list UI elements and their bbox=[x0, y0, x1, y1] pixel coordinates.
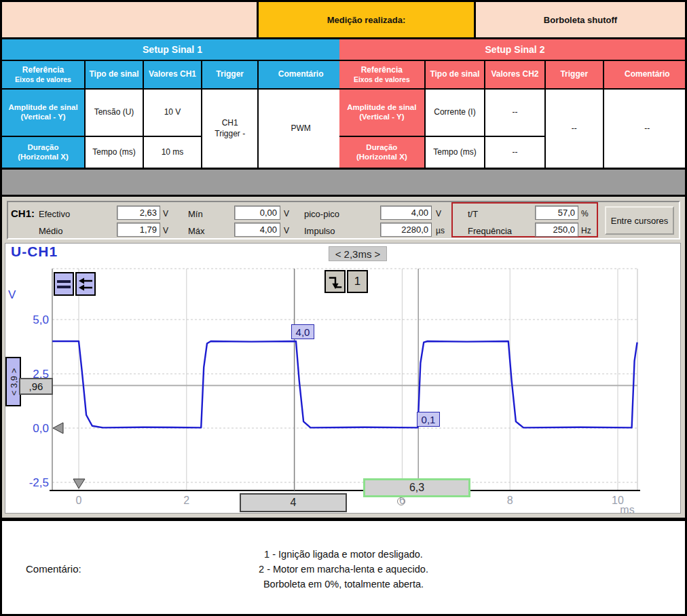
channel-levels-button[interactable] bbox=[54, 272, 74, 296]
measurement-bar: CH1: Efectivo 2,63 V Médio 1,79 V Mín 0,… bbox=[7, 201, 680, 239]
setup2-col-referencia: Referência Eixos de valores bbox=[339, 61, 424, 88]
picopico-unit: V bbox=[436, 209, 441, 218]
min-unit: V bbox=[284, 209, 289, 218]
max-unit: V bbox=[284, 226, 289, 235]
trigger-slope-button[interactable] bbox=[324, 270, 346, 293]
efectivo-unit: V bbox=[163, 209, 168, 218]
setup2-col-trigger: Trigger bbox=[546, 61, 603, 88]
setup2-title: Setup Sinal 2 bbox=[339, 39, 687, 60]
svg-text:5,0: 5,0 bbox=[33, 313, 49, 326]
svg-text:8: 8 bbox=[507, 495, 513, 506]
svg-text:-2,5: -2,5 bbox=[29, 476, 49, 489]
svg-text:0: 0 bbox=[76, 495, 82, 506]
min-label: Mín bbox=[188, 209, 203, 219]
setup1-title: Setup Sinal 1 bbox=[2, 39, 343, 60]
measurement-report-page: Medição realizada: Borboleta shutoff Set… bbox=[0, 0, 687, 616]
setup1-comentario-cell: PWM bbox=[259, 90, 343, 168]
tt-unit: % bbox=[581, 209, 589, 218]
comment-line-2: 2 - Motor em marcha-lenta e aquecido. bbox=[2, 562, 685, 577]
frequencia-field[interactable]: 250,0 bbox=[535, 223, 578, 237]
header-empty-cell bbox=[2, 2, 259, 37]
setup1-col-tipo: Tipo de sinal bbox=[86, 61, 143, 88]
setup2-col-comentario: Comentário bbox=[604, 61, 687, 88]
setup1-amplitude-valor: 10 V bbox=[144, 90, 201, 136]
setup2-amplitude-tipo: Corrente (I) bbox=[426, 90, 485, 136]
setup1-duracao-tipo: Tempo (ms) bbox=[86, 137, 143, 168]
setup-signal-1-table: Setup Sinal 1 Referência Eixos de valore… bbox=[2, 39, 337, 168]
setup2-col-tipo: Tipo de sinal bbox=[426, 61, 485, 88]
setup-signal-2-table: Setup Sinal 2 Referência Eixos de valore… bbox=[339, 39, 685, 168]
setup2-col-valores: Valores CH2 bbox=[485, 61, 544, 88]
tt-field[interactable]: 57,0 bbox=[535, 206, 578, 220]
setup1-row-amplitude: Amplitude de sinal (Vertical - Y) bbox=[2, 90, 84, 136]
picopico-label: pico-pico bbox=[304, 209, 339, 219]
level-marker-tag[interactable]: ,96 bbox=[19, 378, 53, 395]
setup1-trigger-cell: CH1 Trigger - bbox=[202, 90, 258, 168]
setup2-row-duracao: Duração (Horizontal X) bbox=[339, 137, 424, 168]
setup1-duracao-valor: 10 ms bbox=[144, 137, 201, 168]
setup1-row-duracao: Duração (Horizontal X) bbox=[2, 137, 84, 168]
trace-title: U-CH1 bbox=[11, 244, 58, 260]
cursor2-position-box[interactable]: 6,3 bbox=[363, 478, 470, 497]
setup2-comentario-cell: -- bbox=[604, 90, 687, 168]
svg-text:0,0: 0,0 bbox=[33, 422, 49, 435]
comment-line-3: Borboleta em 0%, totalmente aberta. bbox=[2, 577, 685, 592]
comment-section: Comentário: 1 - Ignição ligada e motor d… bbox=[2, 518, 685, 614]
comment-line-1: 1 - Ignição ligada e motor desligado. bbox=[2, 547, 685, 562]
medio-unit: V bbox=[163, 226, 168, 235]
cursor-delta-time[interactable]: < 2,3ms > bbox=[329, 246, 387, 261]
double-left-arrows-icon bbox=[78, 276, 93, 292]
measurement-label: Medição realizada: bbox=[259, 2, 476, 37]
picopico-field[interactable]: 4,00 bbox=[380, 206, 432, 220]
entre-cursores-button[interactable]: Entre cursores bbox=[605, 206, 674, 235]
cursor1-value-tag[interactable]: 4,0 bbox=[291, 324, 314, 339]
medio-field[interactable]: 1,79 bbox=[117, 223, 160, 237]
scroll-back-button[interactable] bbox=[75, 272, 96, 296]
impulso-label: Impulso bbox=[304, 226, 335, 236]
falling-edge-icon bbox=[327, 273, 344, 290]
medio-label: Médio bbox=[39, 226, 62, 236]
efectivo-label: Efectivo bbox=[39, 209, 70, 219]
setup1-col-trigger: Trigger bbox=[202, 61, 258, 88]
horizontal-bars-icon bbox=[56, 276, 71, 292]
setup2-duracao-valor: -- bbox=[485, 137, 544, 168]
cursor1-position-box[interactable]: 4 bbox=[240, 493, 347, 512]
efectivo-field[interactable]: 2,63 bbox=[117, 206, 160, 220]
svg-text:2: 2 bbox=[183, 495, 189, 506]
impulso-field[interactable]: 2280,0 bbox=[380, 223, 432, 237]
separator-band bbox=[2, 170, 685, 197]
max-label: Máx bbox=[188, 226, 205, 236]
cursor-drag-handle[interactable] bbox=[397, 497, 405, 505]
frequencia-unit: Hz bbox=[581, 226, 591, 235]
oscilloscope-panel: CH1: Efectivo 2,63 V Médio 1,79 V Mín 0,… bbox=[2, 197, 685, 518]
setup2-duracao-tipo: Tempo (ms) bbox=[426, 137, 485, 168]
setup1-col-valores: Valores CH1 bbox=[144, 61, 201, 88]
setup2-row-amplitude: Amplitude de sinal (Vertical - Y) bbox=[339, 90, 424, 136]
setup1-col-comentario: Comentário bbox=[259, 61, 343, 88]
setup1-col-referencia: Referência Eixos de valores bbox=[2, 61, 84, 88]
channel-label: CH1: bbox=[11, 208, 35, 219]
max-field[interactable]: 4,00 bbox=[234, 223, 280, 237]
report-header: Medição realizada: Borboleta shutoff bbox=[2, 2, 685, 39]
frequencia-label: Frequência bbox=[468, 226, 512, 236]
setup-tables: Setup Sinal 1 Referência Eixos de valore… bbox=[2, 39, 685, 170]
setup2-amplitude-valor: -- bbox=[485, 90, 544, 136]
setup2-trigger-cell: -- bbox=[546, 90, 603, 168]
impulso-unit: µs bbox=[436, 226, 445, 235]
scope-waveform-chart: 0246810ms5,02,50,0-2,5 bbox=[5, 263, 681, 514]
svg-text:ms: ms bbox=[620, 504, 634, 514]
min-field[interactable]: 0,00 bbox=[234, 206, 280, 220]
measurement-value: Borboleta shutoff bbox=[476, 2, 685, 37]
scope-plot-area: U-CH1 < 2,3ms > V 0246810ms5,02,50,0-2,5 bbox=[5, 243, 681, 514]
comment-text: 1 - Ignição ligada e motor desligado. 2 … bbox=[2, 547, 685, 592]
setup1-amplitude-tipo: Tensão (U) bbox=[86, 90, 143, 136]
tt-label: t/T bbox=[468, 209, 478, 219]
trigger-channel-button[interactable]: 1 bbox=[347, 270, 368, 293]
cursor2-value-tag[interactable]: 0,1 bbox=[417, 412, 440, 427]
